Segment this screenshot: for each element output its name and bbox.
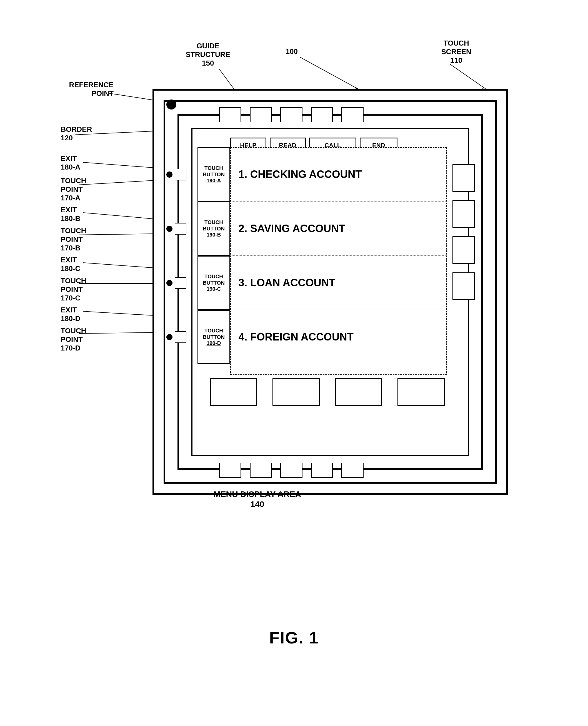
top-tab-1 bbox=[219, 107, 241, 122]
touch-btn-190c-id: 190-C bbox=[207, 286, 221, 292]
indicator-dot-c bbox=[166, 280, 172, 286]
left-indicators bbox=[166, 147, 186, 364]
bottom-btn-1[interactable] bbox=[210, 378, 257, 406]
label-exit-180b: EXIT 180-B bbox=[61, 206, 81, 223]
touch-btn-190b-label: TOUCHBUTTON bbox=[203, 219, 225, 232]
touch-btn-190d-label: TOUCHBUTTON bbox=[203, 328, 225, 341]
exit-box-c bbox=[175, 277, 186, 289]
bottom-tabs bbox=[219, 463, 363, 478]
menu-item-1[interactable]: 1. CHECKING ACCOUNT bbox=[230, 147, 447, 202]
svg-line-4 bbox=[450, 64, 486, 89]
touch-buttons-column: TOUCHBUTTON 190-A TOUCHBUTTON 190-B TOUC… bbox=[197, 147, 230, 364]
bottom-tab-1 bbox=[219, 463, 241, 478]
bottom-buttons-row bbox=[205, 378, 450, 406]
top-tab-3 bbox=[280, 107, 302, 122]
top-tabs bbox=[219, 107, 363, 122]
page-container: 100 GUIDE STRUCTURE 150 TOUCH SCREEN 110… bbox=[30, 11, 558, 647]
bottom-tab-5 bbox=[341, 463, 363, 478]
diagram-wrapper: 100 GUIDE STRUCTURE 150 TOUCH SCREEN 110… bbox=[58, 28, 530, 611]
label-menu-display-area: MENU DISPLAY AREA 140 bbox=[214, 489, 301, 509]
touch-button-190a[interactable]: TOUCHBUTTON 190-A bbox=[197, 147, 230, 202]
bottom-btn-3[interactable] bbox=[335, 378, 382, 406]
label-exit-180a: EXIT 180-A bbox=[61, 154, 81, 172]
right-btn-3[interactable] bbox=[453, 236, 475, 264]
bottom-btn-4[interactable] bbox=[397, 378, 445, 406]
indicator-group-c bbox=[166, 256, 186, 310]
svg-line-0 bbox=[300, 57, 358, 89]
menu-item-3[interactable]: 3. LOAN ACCOUNT bbox=[230, 256, 447, 310]
reference-point-dot bbox=[166, 100, 176, 109]
label-exit-180c: EXIT 180-C bbox=[61, 256, 81, 273]
menu-item-2[interactable]: 2. SAVING ACCOUNT bbox=[230, 202, 447, 256]
indicator-dot-a bbox=[166, 172, 172, 178]
label-reference-point: REFERENCE POINT bbox=[69, 81, 113, 98]
indicator-group-b bbox=[166, 202, 186, 256]
label-exit-180d: EXIT 180-D bbox=[61, 306, 81, 323]
exit-box-a bbox=[175, 169, 186, 180]
menu-items: 1. CHECKING ACCOUNT 2. SAVING ACCOUNT 3.… bbox=[230, 147, 447, 364]
right-btn-1[interactable] bbox=[453, 164, 475, 192]
indicator-group-a bbox=[166, 147, 186, 202]
touch-button-190b[interactable]: TOUCHBUTTON 190-B bbox=[197, 202, 230, 256]
touch-btn-190b-id: 190-B bbox=[207, 232, 221, 238]
touch-btn-190a-label: TOUCHBUTTON bbox=[203, 165, 225, 178]
indicator-group-d bbox=[166, 310, 186, 364]
touch-btn-190d-id: 190-D bbox=[207, 340, 221, 346]
label-guide-structure: GUIDE STRUCTURE 150 bbox=[186, 42, 230, 68]
bottom-tab-3 bbox=[280, 463, 302, 478]
menu-item-4[interactable]: 4. FOREIGN ACCOUNT bbox=[230, 310, 447, 364]
right-btn-4[interactable] bbox=[453, 273, 475, 300]
touch-button-190d[interactable]: TOUCHBUTTON 190-D bbox=[197, 310, 230, 364]
label-touch-point-170c: TOUCH POINT 170-C bbox=[61, 277, 86, 303]
label-touch-point-170a: TOUCH POINT 170-A bbox=[61, 177, 86, 203]
bottom-tab-4 bbox=[311, 463, 333, 478]
top-tab-2 bbox=[250, 107, 272, 122]
top-tab-4 bbox=[311, 107, 333, 122]
label-touch-point-170d: TOUCH POINT 170-D bbox=[61, 327, 86, 353]
touch-btn-190c-label: TOUCHBUTTON bbox=[203, 274, 225, 286]
figure-label: FIG. 1 bbox=[269, 628, 319, 647]
right-btn-2[interactable] bbox=[453, 200, 475, 228]
touch-btn-190a-id: 190-A bbox=[207, 178, 221, 184]
label-100: 100 bbox=[286, 47, 298, 56]
indicator-dot-b bbox=[166, 226, 172, 232]
bottom-tab-2 bbox=[250, 463, 272, 478]
touch-button-190c[interactable]: TOUCHBUTTON 190-C bbox=[197, 256, 230, 310]
right-buttons bbox=[453, 164, 475, 300]
bottom-btn-2[interactable] bbox=[272, 378, 320, 406]
label-touch-screen: TOUCH SCREEN 110 bbox=[441, 39, 471, 65]
label-touch-point-170b: TOUCH POINT 170-B bbox=[61, 226, 86, 253]
exit-box-b bbox=[175, 223, 186, 235]
label-border: BORDER 120 bbox=[61, 125, 92, 142]
top-tab-5 bbox=[341, 107, 363, 122]
exit-box-d bbox=[175, 331, 186, 343]
indicator-dot-d bbox=[166, 334, 172, 340]
